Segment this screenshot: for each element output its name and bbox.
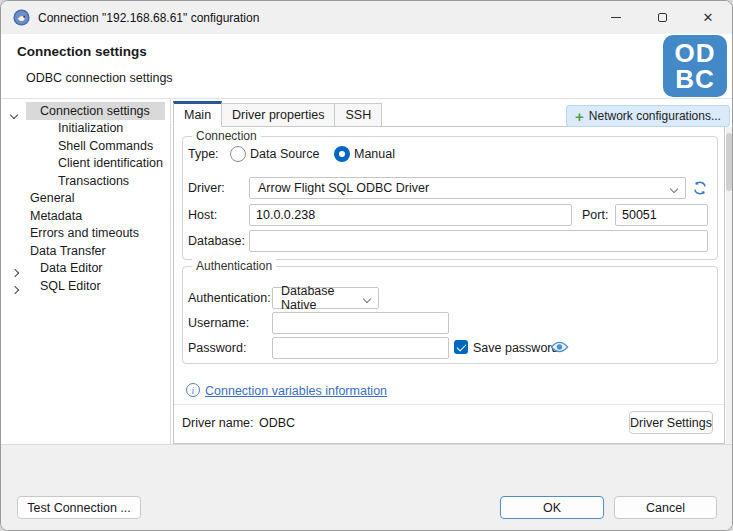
sidebar-divider	[170, 99, 171, 444]
sidebar-item-shell-commands[interactable]: Shell Commands	[1, 137, 170, 155]
dialog-footer: Test Connection ... OK Cancel	[1, 444, 732, 531]
connection-configuration-dialog: Connection "192.168.68.61" configuration…	[0, 0, 733, 531]
sidebar-item-client-identification[interactable]: Client identification	[1, 155, 170, 173]
sidebar-item-transactions[interactable]: Transactions	[1, 172, 170, 190]
close-icon: ✕	[703, 11, 714, 24]
show-password-eye-icon[interactable]	[550, 340, 569, 354]
save-password-checkbox[interactable]	[454, 340, 468, 354]
odbc-logo: OD BC	[663, 35, 727, 97]
username-label: Username:	[188, 316, 249, 330]
database-input[interactable]	[249, 230, 708, 252]
sidebar-item-errors-and-timeouts[interactable]: Errors and timeouts	[1, 225, 170, 243]
data-source-radio-label[interactable]: Data Source	[250, 147, 319, 161]
chevron-down-icon	[363, 295, 371, 303]
panel-scrollbar[interactable]	[726, 127, 732, 444]
maximize-button[interactable]	[639, 1, 685, 34]
chevron-right-icon[interactable]	[11, 265, 23, 275]
panel-divider	[174, 404, 724, 405]
page-title: Connection settings	[17, 44, 147, 59]
tab-ssh[interactable]: SSH	[334, 103, 382, 127]
port-input[interactable]	[615, 204, 708, 226]
sidebar-item-metadata[interactable]: Metadata	[1, 207, 170, 225]
sidebar-item-data-transfer[interactable]: Data Transfer	[1, 242, 170, 260]
refresh-driver-icon[interactable]	[692, 180, 708, 196]
plus-icon: +	[575, 109, 584, 124]
window-title: Connection "192.168.68.61" configuration	[38, 11, 259, 25]
data-source-radio[interactable]	[230, 146, 246, 162]
save-password-label[interactable]: Save password	[473, 341, 558, 355]
scrollbar-thumb[interactable]	[726, 133, 732, 191]
sidebar-item-general[interactable]: General	[1, 190, 170, 208]
tab-main[interactable]: Main	[173, 101, 222, 127]
tab-driver-properties[interactable]: Driver properties	[221, 103, 335, 127]
authentication-group: Authentication	[182, 266, 718, 364]
manual-radio-label[interactable]: Manual	[354, 147, 395, 161]
connection-variables-link[interactable]: Connection variables information	[205, 384, 387, 398]
network-configurations-button[interactable]: + Network configurations...	[566, 105, 730, 127]
settings-tree: Connection settings Initialization Shell…	[1, 99, 170, 444]
ok-button[interactable]: OK	[500, 496, 604, 519]
sidebar-item-connection-settings[interactable]: Connection settings	[1, 102, 170, 120]
password-input[interactable]	[272, 337, 449, 359]
dbeaver-app-icon	[13, 9, 30, 26]
database-label: Database:	[188, 234, 245, 248]
host-label: Host:	[188, 208, 217, 222]
tab-bar: Main Driver properties SSH	[173, 101, 382, 127]
authentication-label: Authentication:	[188, 291, 271, 305]
driver-name-label: Driver name:	[182, 416, 254, 430]
driver-select[interactable]: Arrow Flight SQL ODBC Driver	[249, 177, 686, 199]
close-button[interactable]: ✕	[685, 1, 731, 34]
username-input[interactable]	[272, 312, 449, 334]
chevron-down-icon[interactable]	[11, 107, 23, 117]
driver-name-value: ODBC	[259, 416, 295, 430]
port-label: Port:	[582, 208, 608, 222]
main-tab-panel: Connection Type: Data Source Manual Driv…	[173, 126, 725, 444]
maximize-icon	[658, 13, 667, 22]
password-label: Password:	[188, 341, 246, 355]
sidebar-item-initialization[interactable]: Initialization	[1, 120, 170, 138]
sidebar-item-data-editor[interactable]: Data Editor	[1, 260, 170, 278]
dialog-header: Connection settings ODBC connection sett…	[1, 34, 732, 99]
minimize-button[interactable]	[593, 1, 639, 34]
test-connection-button[interactable]: Test Connection ...	[17, 496, 141, 519]
authentication-select[interactable]: Database Native	[272, 287, 379, 309]
driver-label: Driver:	[188, 181, 225, 195]
title-bar: Connection "192.168.68.61" configuration…	[1, 1, 732, 34]
info-icon: i	[186, 383, 200, 397]
cancel-button[interactable]: Cancel	[614, 496, 717, 519]
type-label: Type:	[188, 147, 219, 161]
host-input[interactable]	[249, 204, 572, 226]
manual-radio[interactable]	[334, 146, 350, 162]
connection-group-legend: Connection	[192, 129, 261, 143]
sidebar-item-sql-editor[interactable]: SQL Editor	[1, 277, 170, 295]
page-subtitle: ODBC connection settings	[26, 71, 173, 85]
chevron-right-icon[interactable]	[11, 282, 23, 292]
driver-settings-button[interactable]: Driver Settings	[629, 411, 713, 434]
chevron-down-icon	[670, 185, 678, 193]
authentication-group-legend: Authentication	[192, 259, 276, 273]
minimize-icon	[611, 17, 621, 18]
